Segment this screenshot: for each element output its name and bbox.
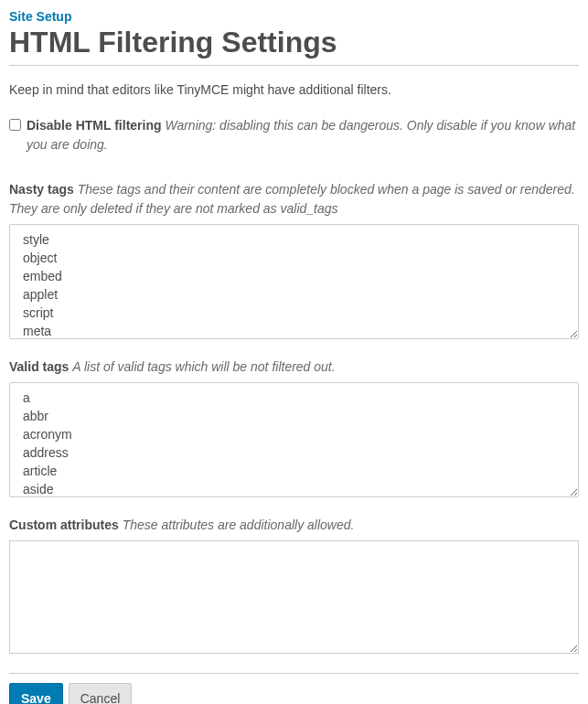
list-item[interactable]: aside [10,480,578,497]
cancel-button[interactable]: Cancel [69,683,133,704]
breadcrumb[interactable]: Site Setup [9,9,579,24]
list-item[interactable]: embed [10,267,578,285]
nasty-tags-label: Nasty tags [9,182,74,197]
list-item[interactable]: script [10,304,578,322]
disable-filtering-label: Disable HTML filtering [27,118,162,133]
custom-attributes-label: Custom attributes [9,517,119,532]
custom-attributes-help: These attributes are additionally allowe… [123,517,355,532]
nasty-tags-section: Nasty tags These tags and their content … [9,180,579,339]
valid-tags-help: A list of valid tags which will be not f… [72,359,335,374]
list-item[interactable]: meta [10,322,578,339]
page-title: HTML Filtering Settings [9,26,579,59]
custom-attributes-textarea[interactable] [9,540,579,654]
list-item[interactable]: abbr [10,407,578,425]
disable-filtering-checkbox[interactable] [9,119,21,131]
save-button[interactable]: Save [9,683,63,704]
intro-text: Keep in mind that editors like TinyMCE m… [9,80,579,100]
valid-tags-section: Valid tags A list of valid tags which wi… [9,357,579,497]
valid-tags-label: Valid tags [9,359,69,374]
list-item[interactable]: address [10,443,578,462]
nasty-tags-help: These tags and their content are complet… [9,182,575,216]
list-item[interactable]: object [10,249,578,267]
list-item[interactable]: style [10,230,578,249]
button-row: Save Cancel [9,683,579,704]
nasty-tags-select[interactable]: styleobjectembedappletscriptmeta [9,224,579,339]
custom-attributes-section: Custom attributes These attributes are a… [9,516,579,656]
divider-bottom [9,673,579,674]
list-item[interactable]: a [10,389,578,407]
divider-top [9,65,579,66]
list-item[interactable]: article [10,462,578,480]
list-item[interactable]: applet [10,285,578,304]
valid-tags-select[interactable]: aabbracronymaddressarticleaside [9,382,579,497]
disable-filtering-row: Disable HTML filtering Warning: disablin… [9,116,579,155]
list-item[interactable]: acronym [10,425,578,443]
